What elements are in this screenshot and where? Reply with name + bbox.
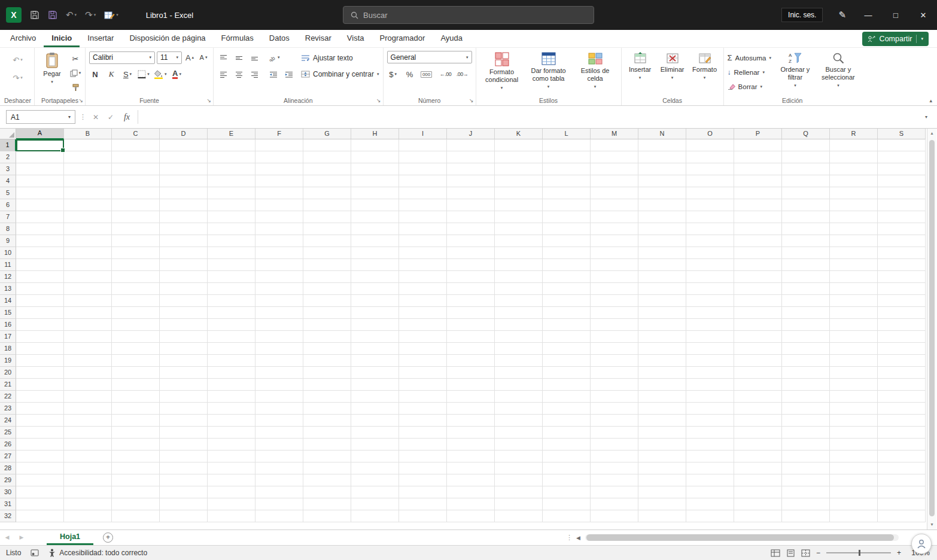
conditional-dropdown-icon[interactable]: ▾ xyxy=(501,86,503,90)
cell-O14[interactable] xyxy=(686,295,734,307)
insert-function-button[interactable]: fx xyxy=(120,112,133,122)
cell-H32[interactable] xyxy=(351,510,399,522)
cell-G28[interactable] xyxy=(303,462,351,474)
cell-Q14[interactable] xyxy=(782,295,830,307)
cell-I1[interactable] xyxy=(399,139,447,151)
font-size-combo[interactable]: 11▾ xyxy=(157,51,182,64)
cell-E12[interactable] xyxy=(208,271,255,283)
cell-I14[interactable] xyxy=(399,295,447,307)
cell-F15[interactable] xyxy=(255,307,303,319)
insert-cells-button[interactable]: Insertar ▾ xyxy=(625,51,655,80)
cell-A5[interactable] xyxy=(16,187,64,199)
cell-J28[interactable] xyxy=(447,462,495,474)
cell-R9[interactable] xyxy=(830,235,878,247)
cell-J3[interactable] xyxy=(447,163,495,175)
cell-S14[interactable] xyxy=(878,295,926,307)
paste-button[interactable]: Pegar ▾ xyxy=(38,51,66,84)
orientation-dropdown-icon[interactable]: ▾ xyxy=(278,55,280,60)
cell-P21[interactable] xyxy=(734,379,782,391)
cell-F16[interactable] xyxy=(255,319,303,331)
cell-K18[interactable] xyxy=(495,343,543,355)
share-button[interactable]: Compartir ▾ xyxy=(862,32,929,46)
cell-Q27[interactable] xyxy=(782,451,830,462)
cell-B9[interactable] xyxy=(64,235,112,247)
cell-Q32[interactable] xyxy=(782,510,830,522)
cell-A8[interactable] xyxy=(16,223,64,235)
cell-H19[interactable] xyxy=(351,355,399,367)
cell-J17[interactable] xyxy=(447,331,495,343)
cell-Q22[interactable] xyxy=(782,391,830,403)
cell-L18[interactable] xyxy=(543,343,591,355)
cell-P15[interactable] xyxy=(734,307,782,319)
cell-P9[interactable] xyxy=(734,235,782,247)
cell-B32[interactable] xyxy=(64,510,112,522)
cell-B21[interactable] xyxy=(64,379,112,391)
cell-A12[interactable] xyxy=(16,271,64,283)
cell-J12[interactable] xyxy=(447,271,495,283)
cell-M1[interactable] xyxy=(591,139,638,151)
fill-dropdown-icon[interactable]: ▾ xyxy=(762,70,765,75)
cell-M11[interactable] xyxy=(591,259,638,271)
cell-M8[interactable] xyxy=(591,223,638,235)
cell-L15[interactable] xyxy=(543,307,591,319)
cell-L26[interactable] xyxy=(543,439,591,451)
cell-S24[interactable] xyxy=(878,415,926,427)
cell-O8[interactable] xyxy=(686,223,734,235)
cell-L29[interactable] xyxy=(543,474,591,486)
cell-E31[interactable] xyxy=(208,498,255,510)
cell-K6[interactable] xyxy=(495,199,543,211)
cell-C21[interactable] xyxy=(112,379,160,391)
cell-G8[interactable] xyxy=(303,223,351,235)
cell-H20[interactable] xyxy=(351,367,399,379)
cell-Q16[interactable] xyxy=(782,319,830,331)
cell-H26[interactable] xyxy=(351,439,399,451)
cell-K20[interactable] xyxy=(495,367,543,379)
cell-B15[interactable] xyxy=(64,307,112,319)
cell-I5[interactable] xyxy=(399,187,447,199)
cell-F4[interactable] xyxy=(255,175,303,187)
row-header-14[interactable]: 14 xyxy=(0,295,16,307)
cell-J29[interactable] xyxy=(447,474,495,486)
cell-F17[interactable] xyxy=(255,331,303,343)
column-header-H[interactable]: H xyxy=(351,129,399,139)
cell-D28[interactable] xyxy=(160,462,208,474)
cell-D21[interactable] xyxy=(160,379,208,391)
cell-P31[interactable] xyxy=(734,498,782,510)
delete-dropdown-icon[interactable]: ▾ xyxy=(671,75,674,80)
cell-O3[interactable] xyxy=(686,163,734,175)
cell-M17[interactable] xyxy=(591,331,638,343)
column-header-B[interactable]: B xyxy=(64,129,112,139)
new-sheet-button[interactable]: + xyxy=(103,532,113,543)
cell-O25[interactable] xyxy=(686,427,734,439)
cell-O27[interactable] xyxy=(686,451,734,462)
row-header-11[interactable]: 11 xyxy=(0,259,16,271)
cell-I21[interactable] xyxy=(399,379,447,391)
cell-O30[interactable] xyxy=(686,486,734,498)
cell-F13[interactable] xyxy=(255,283,303,295)
cell-K12[interactable] xyxy=(495,271,543,283)
underline-button[interactable]: S▾ xyxy=(121,68,133,81)
cell-G1[interactable] xyxy=(303,139,351,151)
cell-K25[interactable] xyxy=(495,427,543,439)
tab-revisar[interactable]: Revisar xyxy=(297,30,339,47)
column-header-F[interactable]: F xyxy=(255,129,303,139)
cell-F10[interactable] xyxy=(255,247,303,259)
cell-B6[interactable] xyxy=(64,199,112,211)
cell-E30[interactable] xyxy=(208,486,255,498)
cell-S22[interactable] xyxy=(878,391,926,403)
cell-I31[interactable] xyxy=(399,498,447,510)
cell-D23[interactable] xyxy=(160,403,208,415)
cell-C29[interactable] xyxy=(112,474,160,486)
cell-A30[interactable] xyxy=(16,486,64,498)
cell-D30[interactable] xyxy=(160,486,208,498)
cell-O1[interactable] xyxy=(686,139,734,151)
assistant-button[interactable] xyxy=(911,534,932,554)
cell-S11[interactable] xyxy=(878,259,926,271)
cell-O24[interactable] xyxy=(686,415,734,427)
cell-L17[interactable] xyxy=(543,331,591,343)
cell-F22[interactable] xyxy=(255,391,303,403)
cell-B25[interactable] xyxy=(64,427,112,439)
cell-E10[interactable] xyxy=(208,247,255,259)
cell-F14[interactable] xyxy=(255,295,303,307)
hscroll-left-icon[interactable]: ◀ xyxy=(574,535,582,541)
